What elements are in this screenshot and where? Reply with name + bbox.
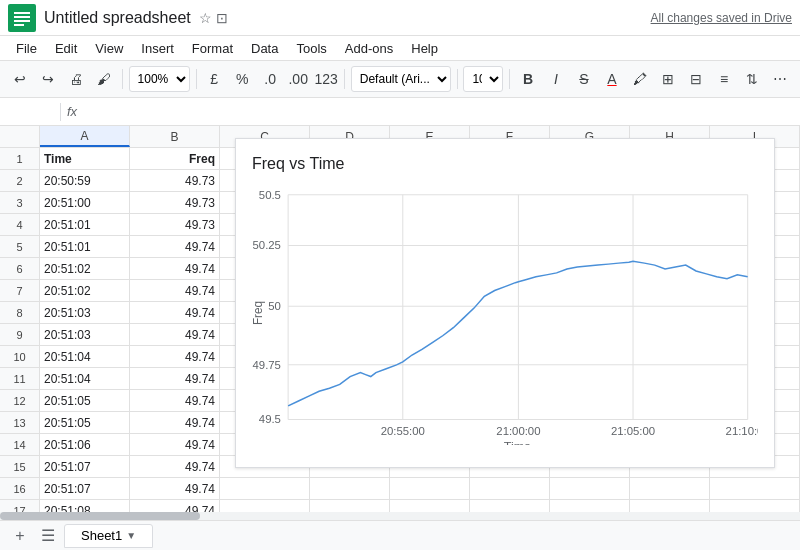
cell-b6[interactable]: 49.74 — [130, 258, 220, 279]
cell-d16[interactable] — [310, 478, 390, 499]
cell-g16[interactable] — [550, 478, 630, 499]
cell-c16[interactable] — [220, 478, 310, 499]
cell-b7[interactable]: 49.74 — [130, 280, 220, 301]
menu-data[interactable]: Data — [243, 39, 286, 58]
cell-b3[interactable]: 49.73 — [130, 192, 220, 213]
menu-bar: File Edit View Insert Format Data Tools … — [0, 36, 800, 60]
sheet-tab-sheet1[interactable]: Sheet1 ▼ — [64, 524, 153, 548]
cell-f16[interactable] — [470, 478, 550, 499]
menu-help[interactable]: Help — [403, 39, 446, 58]
horizontal-scrollbar[interactable] — [0, 512, 800, 520]
bold-button[interactable]: B — [516, 66, 540, 92]
cell-b10[interactable]: 49.74 — [130, 346, 220, 367]
star-icon[interactable]: ☆ — [199, 10, 212, 26]
cell-a5[interactable]: 20:51:01 — [40, 236, 130, 257]
strikethrough-button[interactable]: S — [572, 66, 596, 92]
number-format-button[interactable]: 123 — [314, 66, 338, 92]
cell-b9[interactable]: 49.74 — [130, 324, 220, 345]
cell-a15[interactable]: 20:51:07 — [40, 456, 130, 477]
scrollbar-thumb[interactable] — [0, 512, 200, 520]
formula-bar: fx — [0, 98, 800, 126]
row-number: 5 — [0, 236, 40, 257]
add-sheet-button[interactable]: + — [8, 524, 32, 548]
borders-button[interactable]: ⊞ — [656, 66, 680, 92]
svg-text:21:05:00: 21:05:00 — [611, 425, 655, 437]
sheet-list-button[interactable]: ☰ — [36, 524, 60, 548]
cell-b16[interactable]: 49.74 — [130, 478, 220, 499]
menu-view[interactable]: View — [87, 39, 131, 58]
row-number: 11 — [0, 368, 40, 389]
cell-h16[interactable] — [630, 478, 710, 499]
cell-e16[interactable] — [390, 478, 470, 499]
menu-addons[interactable]: Add-ons — [337, 39, 401, 58]
cell-b15[interactable]: 49.74 — [130, 456, 220, 477]
menu-tools[interactable]: Tools — [288, 39, 334, 58]
undo-button[interactable]: ↩ — [8, 66, 32, 92]
menu-edit[interactable]: Edit — [47, 39, 85, 58]
cell-a4[interactable]: 20:51:01 — [40, 214, 130, 235]
zoom-select[interactable]: 100% — [129, 66, 190, 92]
merge-cells-button[interactable]: ⊟ — [684, 66, 708, 92]
row-number: 4 — [0, 214, 40, 235]
cell-a14[interactable]: 20:51:06 — [40, 434, 130, 455]
print-button[interactable]: 🖨 — [64, 66, 88, 92]
currency-button[interactable]: £ — [202, 66, 226, 92]
cell-a6[interactable]: 20:51:02 — [40, 258, 130, 279]
sep3 — [344, 69, 345, 89]
text-color-button[interactable]: A — [600, 66, 624, 92]
menu-insert[interactable]: Insert — [133, 39, 182, 58]
cell-a13[interactable]: 20:51:05 — [40, 412, 130, 433]
drive-icon[interactable]: ⊡ — [216, 10, 228, 26]
sheet-tab-dropdown-icon[interactable]: ▼ — [126, 530, 136, 541]
svg-text:Time: Time — [504, 439, 531, 445]
decimal-decrease-button[interactable]: .0 — [258, 66, 282, 92]
cell-a2[interactable]: 20:50:59 — [40, 170, 130, 191]
cell-reference-input[interactable] — [4, 104, 54, 119]
align-button[interactable]: ≡ — [712, 66, 736, 92]
cell-a7[interactable]: 20:51:02 — [40, 280, 130, 301]
chart-container[interactable]: Freq vs Time 50.5 50.25 50 49.75 49.5 — [235, 138, 775, 468]
highlight-button[interactable]: 🖍 — [628, 66, 652, 92]
more-button[interactable]: ⋯ — [768, 66, 792, 92]
paint-format-button[interactable]: 🖌 — [92, 66, 116, 92]
italic-button[interactable]: I — [544, 66, 568, 92]
table-row[interactable]: 16 20:51:07 49.74 — [0, 478, 800, 500]
menu-format[interactable]: Format — [184, 39, 241, 58]
row-number: 1 — [0, 148, 40, 169]
cell-a16[interactable]: 20:51:07 — [40, 478, 130, 499]
cell-b8[interactable]: 49.74 — [130, 302, 220, 323]
col-header-b[interactable]: B — [130, 126, 220, 147]
menu-file[interactable]: File — [8, 39, 45, 58]
row-number: 14 — [0, 434, 40, 455]
cell-b4[interactable]: 49.73 — [130, 214, 220, 235]
sep2 — [196, 69, 197, 89]
cell-b2[interactable]: 49.73 — [130, 170, 220, 191]
valign-button[interactable]: ⇅ — [740, 66, 764, 92]
svg-rect-4 — [14, 24, 24, 26]
row-number: 13 — [0, 412, 40, 433]
sep4 — [457, 69, 458, 89]
formula-separator — [60, 103, 61, 121]
cell-a11[interactable]: 20:51:04 — [40, 368, 130, 389]
cell-a8[interactable]: 20:51:03 — [40, 302, 130, 323]
font-select[interactable]: Default (Ari... — [351, 66, 451, 92]
sheet-tab-label: Sheet1 — [81, 528, 122, 543]
decimal-increase-button[interactable]: .00 — [286, 66, 310, 92]
cell-a9[interactable]: 20:51:03 — [40, 324, 130, 345]
cell-i16[interactable] — [710, 478, 800, 499]
cell-a3[interactable]: 20:51:00 — [40, 192, 130, 213]
cell-b14[interactable]: 49.74 — [130, 434, 220, 455]
cell-a12[interactable]: 20:51:05 — [40, 390, 130, 411]
cell-a10[interactable]: 20:51:04 — [40, 346, 130, 367]
cell-b12[interactable]: 49.74 — [130, 390, 220, 411]
cell-b1[interactable]: Freq — [130, 148, 220, 169]
cell-a1[interactable]: Time — [40, 148, 130, 169]
font-size-select[interactable]: 10 — [463, 66, 503, 92]
cell-b11[interactable]: 49.74 — [130, 368, 220, 389]
cell-b13[interactable]: 49.74 — [130, 412, 220, 433]
redo-button[interactable]: ↪ — [36, 66, 60, 92]
col-header-a[interactable]: A — [40, 126, 130, 147]
formula-input[interactable] — [83, 104, 796, 119]
cell-b5[interactable]: 49.74 — [130, 236, 220, 257]
percent-button[interactable]: % — [230, 66, 254, 92]
